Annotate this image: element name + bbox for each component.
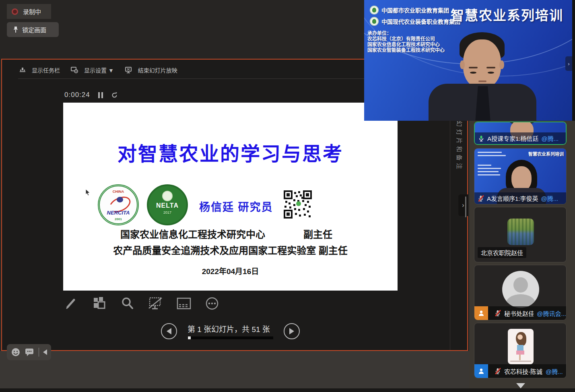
participant-name-suffix: @腾... <box>541 194 559 202</box>
presenter-badge-blue <box>474 364 488 378</box>
display-settings-button[interactable]: 显示设置 ▼ <box>70 66 114 74</box>
black-screen-button[interactable] <box>148 295 164 312</box>
speaker-shirt <box>475 86 491 121</box>
participant-name: 秘书处赵佳 <box>504 309 534 318</box>
training-banner-title: 智慧农业系列培训 <box>451 5 563 24</box>
main-speaker-video[interactable]: 中国都市农业职业教育集团 中国现代农业装备职业教育集团 智慧农业系列培训 承办单… <box>364 0 572 121</box>
end-slideshow-button[interactable]: 结束幻灯片放映 <box>124 66 177 74</box>
notes-scrollbar[interactable] <box>465 196 466 217</box>
lock-view-label: 锁定画面 <box>22 25 46 34</box>
nelta-name: NELTA <box>148 202 186 209</box>
desktop-background <box>0 351 469 392</box>
nercita-name: NERCITA <box>100 210 137 216</box>
more-options-button[interactable] <box>204 295 220 312</box>
see-all-slides-button[interactable] <box>91 295 107 312</box>
participant-photo-avatar <box>507 219 534 245</box>
recording-indicator[interactable]: 录制中 <box>7 4 51 19</box>
speaker-mouth <box>478 80 486 82</box>
scroll-down-arrow[interactable] <box>516 383 525 388</box>
slide-org-line1: 国家农业信息化工程技术研究中心 副主任 <box>120 227 350 241</box>
pin-icon <box>12 26 19 33</box>
speaker-brow <box>469 67 478 68</box>
nelta-logo: NELTA 2017 <box>147 184 188 225</box>
slide-org-line2: 农产品质量安全追溯技术及应用国家工程实验室 副主任 <box>63 243 398 257</box>
zoom-slide-button[interactable] <box>120 295 136 312</box>
mini-logo-line <box>478 155 506 156</box>
speaker-brow <box>486 67 495 68</box>
mic-muted-icon <box>495 310 501 316</box>
mic-muted-icon <box>478 195 484 202</box>
expand-notes-button[interactable]: › <box>458 194 468 216</box>
emoji-button[interactable] <box>11 347 21 357</box>
previous-slide-button[interactable] <box>161 323 177 339</box>
nelta-apple <box>162 191 173 201</box>
lock-view-button[interactable]: 锁定画面 <box>7 22 59 37</box>
participant-tile-yangxinting[interactable]: A授课专家1:杨信廷 @腾... <box>474 122 567 145</box>
collapse-toolbar-button[interactable] <box>43 349 47 355</box>
qr-code <box>284 190 312 219</box>
participant-placeholder-avatar <box>502 271 539 308</box>
org1-logo-icon <box>370 6 379 14</box>
slide-progress-bar[interactable] <box>188 336 273 339</box>
webcam-org-row2: 中国现代农业装备职业教育集团 <box>370 17 460 26</box>
reaction-toolbar <box>7 344 51 360</box>
presentation-timer: 0:00:24 <box>64 91 118 99</box>
mini-text-line <box>478 171 499 172</box>
org1-role: 副主任 <box>303 227 332 241</box>
magnifier-icon <box>121 297 134 310</box>
participant-tile-lijunying[interactable]: 智慧农业系列培训 A发言顺序1:李俊英 @腾... <box>474 148 567 204</box>
chat-button[interactable] <box>25 348 34 357</box>
participant-tile-nongxinkeji[interactable]: 农芯科技-陈诚 @腾... <box>474 323 567 378</box>
mouse-cursor <box>85 189 91 196</box>
slide-date: 2022年04月16日 <box>63 265 398 276</box>
slide-canvas[interactable]: 对智慧农业的学习与思考 CHINA NERCITA 2001 NELTA 201… <box>63 103 398 291</box>
next-arrow-icon <box>289 328 294 334</box>
cartoon-face <box>517 334 523 340</box>
taskbar-icon <box>19 67 26 73</box>
mic-muted-icon <box>495 368 501 374</box>
chevron-right-icon: › <box>462 202 464 209</box>
right-edge-strip <box>572 0 575 121</box>
silhouette-body <box>506 294 535 308</box>
slides-grid-icon <box>92 296 107 311</box>
bottom-edge-strip <box>0 388 575 392</box>
speaker-ear <box>460 60 465 69</box>
webcam-org1-text: 中国都市农业职业教育集团 <box>381 6 449 14</box>
speaker-figure <box>364 32 572 121</box>
subtitles-icon <box>176 297 192 310</box>
pause-timer-button[interactable] <box>98 92 103 98</box>
timer-value: 0:00:24 <box>64 91 90 99</box>
notes-panel-tab-label: 幻灯片和备注 <box>452 121 464 171</box>
participant-name-suffix: @腾... <box>542 134 559 142</box>
participant-name-bar: 秘书处赵佳 @腾讯会... <box>474 306 566 320</box>
show-taskbar-button[interactable]: 显示任务栏 <box>19 66 60 74</box>
restart-timer-button[interactable] <box>111 92 118 99</box>
participant-tile-mishuchu[interactable]: 秘书处赵佳 @腾讯会... <box>474 265 567 320</box>
cartoon-skirt <box>516 351 524 355</box>
participants-panel: A授课专家1:杨信廷 @腾... 智慧农业系列培训 <box>469 121 575 388</box>
show-taskbar-label: 显示任务栏 <box>32 66 60 74</box>
next-slide-button[interactable] <box>284 323 300 339</box>
nercita-logo: CHINA NERCITA 2001 <box>98 184 139 225</box>
slide-position-text: 第 1 张幻灯片，共 51 张 <box>188 323 273 334</box>
nercita-year: 2001 <box>100 217 137 221</box>
participant-name: 农芯科技-陈诚 <box>504 367 542 375</box>
display-settings-icon <box>70 66 78 74</box>
collapse-video-tab[interactable]: › <box>565 56 572 71</box>
mic-on-icon <box>478 135 484 142</box>
participant-tile-beijingnongzhiyuan[interactable]: 北京农职院赵佳 <box>474 207 567 262</box>
mini-text-line <box>478 165 491 166</box>
end-slideshow-label: 结束幻灯片放映 <box>138 66 177 74</box>
presenter-tools <box>63 295 220 312</box>
subtitles-button[interactable] <box>176 295 192 312</box>
participant-name: A发言顺序1:李俊英 <box>487 194 538 202</box>
record-dot-icon <box>12 8 18 15</box>
participant-cartoon-avatar <box>508 329 534 364</box>
webcam-org2-text: 中国现代农业装备职业教育集团 <box>381 17 460 25</box>
participant-name-bar: A授课专家1:杨信廷 @腾... <box>475 132 566 144</box>
speaker-face <box>463 39 501 88</box>
chevron-right-icon: › <box>568 61 569 67</box>
meeting-window: 录制中 锁定画面 显示任务栏 <box>0 0 575 392</box>
webcam-org-row1: 中国都市农业职业教育集团 <box>370 6 449 14</box>
pen-tool-button[interactable] <box>63 295 79 312</box>
